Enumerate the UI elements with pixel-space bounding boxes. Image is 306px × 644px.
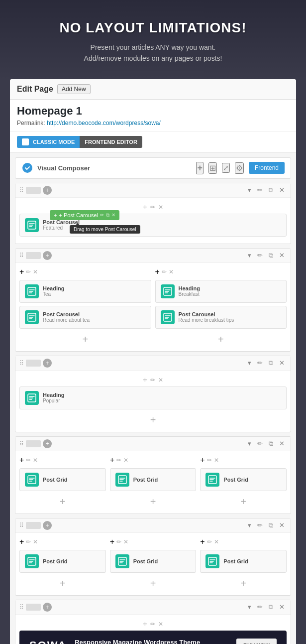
row-6-delete-button[interactable]: ✕ xyxy=(277,602,287,612)
sowa-banner: SOWA Responsive Magazine Wordpress Theme… xyxy=(19,631,287,644)
frontend-editor-button[interactable]: FRONTEND EDITOR xyxy=(80,136,142,148)
row-2-chevron-button[interactable]: ▾ xyxy=(246,251,253,260)
row-2-edit-button[interactable]: ✏ xyxy=(255,251,265,260)
row-6-plus-icon[interactable]: + xyxy=(143,620,147,629)
row-3-chevron-button[interactable]: ▾ xyxy=(246,358,253,368)
col-1-plus[interactable]: + xyxy=(19,267,24,276)
row-3-delete-button[interactable]: ✕ xyxy=(277,358,287,368)
drag-icon-row1[interactable]: ⠿ xyxy=(19,187,24,194)
permalink-link[interactable]: http://demo.beocode.com/wordpress/sowa/ xyxy=(47,120,161,127)
row4-col-3-delete[interactable]: ✕ xyxy=(214,457,219,464)
col-2-delete[interactable]: ✕ xyxy=(169,268,174,275)
vc-fullscreen-button[interactable]: ⤢ xyxy=(222,163,230,173)
row-1-trash-icon[interactable]: ✕ xyxy=(158,204,163,211)
col-2-bottom-add[interactable]: + xyxy=(218,334,224,345)
row5-col3-add[interactable]: + xyxy=(240,578,246,589)
vc-row-5-content: + ✏ ✕ Post Grid xyxy=(15,533,291,595)
row4-col-1-plus[interactable]: + xyxy=(19,456,24,465)
row-4-add-button[interactable]: + xyxy=(43,439,52,448)
page-title-input[interactable] xyxy=(17,105,289,118)
row-6-edit-icon[interactable]: ✏ xyxy=(150,621,155,628)
module-type-postgrid-5-3: Post Grid xyxy=(223,558,281,564)
col-1-edit[interactable]: ✏ xyxy=(26,268,31,275)
row-3-copy-button[interactable]: ⧉ xyxy=(267,358,275,368)
row-4-delete-button[interactable]: ✕ xyxy=(277,439,287,448)
row-1-chevron-button[interactable]: ▾ xyxy=(246,185,253,195)
two-col-layout: + ✏ ✕ Heading Tea xyxy=(19,266,287,347)
col-1-delete[interactable]: ✕ xyxy=(33,268,38,275)
row-5-add-button[interactable]: + xyxy=(43,521,52,530)
row5-col-3-edit[interactable]: ✏ xyxy=(207,538,212,545)
drag-icon-row4[interactable]: ⠿ xyxy=(19,440,24,447)
vc-frontend-button[interactable]: Frontend xyxy=(249,162,285,174)
row-1-edit-icon[interactable]: ✏ xyxy=(150,204,155,211)
row-1-add-button[interactable]: + xyxy=(43,186,52,195)
vc-add-button[interactable]: + xyxy=(196,162,204,174)
row-1-label xyxy=(26,187,41,194)
row-1-plus-icon[interactable]: + xyxy=(143,203,147,212)
row-1-copy-button[interactable]: ⧉ xyxy=(267,185,275,195)
row4-col-2-plus[interactable]: + xyxy=(110,456,114,465)
row-1-delete-button[interactable]: ✕ xyxy=(277,185,287,195)
row5-col-1-plus[interactable]: + xyxy=(19,537,24,546)
row-5-delete-button[interactable]: ✕ xyxy=(277,520,287,530)
row-2-copy-button[interactable]: ⧉ xyxy=(267,251,275,260)
row5-col-2-delete[interactable]: ✕ xyxy=(123,538,128,545)
row4-col2-add[interactable]: + xyxy=(150,496,156,508)
row-3-add-button[interactable]: + xyxy=(43,359,52,368)
row5-col-2-plus[interactable]: + xyxy=(110,537,114,546)
row-2-add-button[interactable]: + xyxy=(43,251,52,260)
row-5-chevron-button[interactable]: ▾ xyxy=(246,520,253,530)
row4-col-2-edit[interactable]: ✏ xyxy=(116,457,121,464)
row4-col-3-edit[interactable]: ✏ xyxy=(207,457,212,464)
vc-settings-button[interactable]: ⚙ xyxy=(235,162,244,174)
edit-page-label: Edit Page xyxy=(17,85,53,94)
row-6-trash-icon[interactable]: ✕ xyxy=(158,621,163,628)
row-3-edit-button[interactable]: ✏ xyxy=(255,358,265,368)
row-5-handle-left: ⠿ + xyxy=(19,521,52,530)
row-3-edit-icon[interactable]: ✏ xyxy=(150,377,155,384)
drag-icon-row2[interactable]: ⠿ xyxy=(19,252,24,259)
drag-icon-row6[interactable]: ⠿ xyxy=(19,604,24,611)
row5-col-1-edit[interactable]: ✏ xyxy=(26,538,31,545)
classic-mode-button[interactable]: CLASSIC MODE xyxy=(17,136,80,148)
row-6-chevron-button[interactable]: ▾ xyxy=(246,602,253,612)
col-1-bottom-add[interactable]: + xyxy=(82,334,88,345)
row4-col1-add[interactable]: + xyxy=(60,496,66,508)
vc-header: Visual Composer + ⊞ ⤢ ⚙ Frontend xyxy=(15,157,291,179)
row4-col-3-plus[interactable]: + xyxy=(200,456,204,465)
vc-layout-button[interactable]: ⊞ xyxy=(208,162,217,174)
row5-col-3-plus[interactable]: + xyxy=(200,537,204,546)
col-2-plus[interactable]: + xyxy=(155,267,160,276)
vc-logo xyxy=(21,162,33,174)
row-6-add-button[interactable]: + xyxy=(43,603,52,612)
row4-col-2-delete[interactable]: ✕ xyxy=(123,457,128,464)
row5-col-1-delete[interactable]: ✕ xyxy=(33,538,38,545)
add-new-button[interactable]: Add New xyxy=(57,84,91,94)
row-4-edit-button[interactable]: ✏ xyxy=(255,439,265,448)
drag-icon-row5[interactable]: ⠿ xyxy=(19,522,24,529)
col-2-edit[interactable]: ✏ xyxy=(162,268,167,275)
row5-col1-add[interactable]: + xyxy=(60,578,66,589)
sowa-text: Responsive Magazine Wordpress Theme Unli… xyxy=(75,639,228,644)
drag-icon-row3[interactable]: ⠿ xyxy=(19,360,24,367)
row-6-edit-button[interactable]: ✏ xyxy=(255,602,265,612)
row-2-delete-button[interactable]: ✕ xyxy=(277,251,287,260)
row5-col2-add[interactable]: + xyxy=(150,578,156,589)
row-4-chevron-button[interactable]: ▾ xyxy=(246,439,253,448)
row4-col3-add[interactable]: + xyxy=(240,496,246,508)
row-5-edit-button[interactable]: ✏ xyxy=(255,520,265,530)
row-6-copy-button[interactable]: ⧉ xyxy=(267,602,275,612)
row5-col-3-delete[interactable]: ✕ xyxy=(214,538,219,545)
row-5-copy-button[interactable]: ⧉ xyxy=(267,520,275,530)
row4-col-1-edit[interactable]: ✏ xyxy=(26,457,31,464)
row4-col-1-delete[interactable]: ✕ xyxy=(33,457,38,464)
row5-col-2-edit[interactable]: ✏ xyxy=(116,538,121,545)
sowa-buy-button[interactable]: BUY NOW xyxy=(236,639,277,644)
row-4-copy-button[interactable]: ⧉ xyxy=(267,439,275,449)
row-1-edit-button[interactable]: ✏ xyxy=(255,185,265,195)
row-3-trash-icon[interactable]: ✕ xyxy=(158,377,163,384)
row-3-plus-icon[interactable]: + xyxy=(143,376,147,385)
module-type-heading-tea: Heading xyxy=(43,285,146,291)
row-3-center-add[interactable]: + xyxy=(150,414,156,426)
